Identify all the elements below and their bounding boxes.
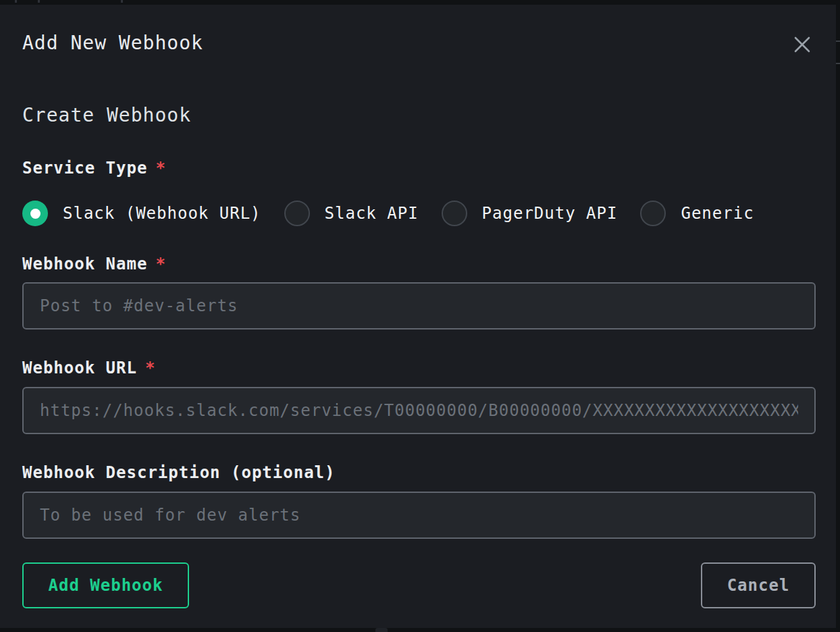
close-icon xyxy=(793,36,811,55)
modal-title: Add New Webhook xyxy=(22,32,203,54)
radio-option-slack-api[interactable]: Slack API xyxy=(284,201,419,226)
required-asterisk: * xyxy=(155,159,165,178)
add-webhook-button[interactable]: Add Webhook xyxy=(22,562,189,608)
radio-option-slack-webhook-url[interactable]: Slack (Webhook URL) xyxy=(22,201,261,226)
backdrop-edge-mark xyxy=(836,41,840,42)
modal-actions: Add Webhook Cancel xyxy=(22,562,816,608)
webhook-url-label: Webhook URL* xyxy=(22,359,155,377)
webhook-url-input[interactable] xyxy=(22,387,816,434)
radio-label: PagerDuty API xyxy=(482,204,618,223)
webhook-description-input[interactable] xyxy=(22,492,816,539)
add-webhook-modal: Add New Webhook Create Webhook Service T… xyxy=(0,5,836,628)
radio-unselected-icon[interactable] xyxy=(284,201,310,226)
service-type-radio-group: Slack (Webhook URL) Slack API PagerDuty … xyxy=(22,200,754,227)
webhook-description-label: Webhook Description (optional) xyxy=(22,463,335,482)
radio-option-generic[interactable]: Generic xyxy=(640,201,754,226)
radio-selected-icon[interactable] xyxy=(22,201,48,226)
backdrop-edge-mark xyxy=(836,63,840,64)
close-button[interactable] xyxy=(787,30,817,60)
radio-label: Slack API xyxy=(325,204,419,223)
radio-label: Slack (Webhook URL) xyxy=(63,204,261,223)
backdrop-tick xyxy=(121,0,123,3)
webhook-name-label: Webhook Name* xyxy=(22,255,166,273)
backdrop-right-strip xyxy=(836,0,840,632)
page-backdrop: { "modal": { "title": "Add New Webhook",… xyxy=(0,0,840,632)
required-asterisk: * xyxy=(145,359,155,377)
radio-dot xyxy=(30,209,41,219)
backdrop-tick xyxy=(15,0,17,3)
radio-unselected-icon[interactable] xyxy=(640,201,666,226)
radio-unselected-icon[interactable] xyxy=(442,201,467,226)
radio-option-pagerduty-api[interactable]: PagerDuty API xyxy=(442,201,618,226)
modal-heading: Create Webhook xyxy=(22,104,191,126)
required-asterisk: * xyxy=(155,255,165,273)
radio-label: Generic xyxy=(681,204,754,223)
backdrop-tick xyxy=(38,0,40,3)
cancel-button[interactable]: Cancel xyxy=(701,562,816,608)
service-type-label: Service Type* xyxy=(22,159,166,178)
backdrop-notch xyxy=(375,628,388,632)
webhook-name-input[interactable] xyxy=(22,282,816,330)
